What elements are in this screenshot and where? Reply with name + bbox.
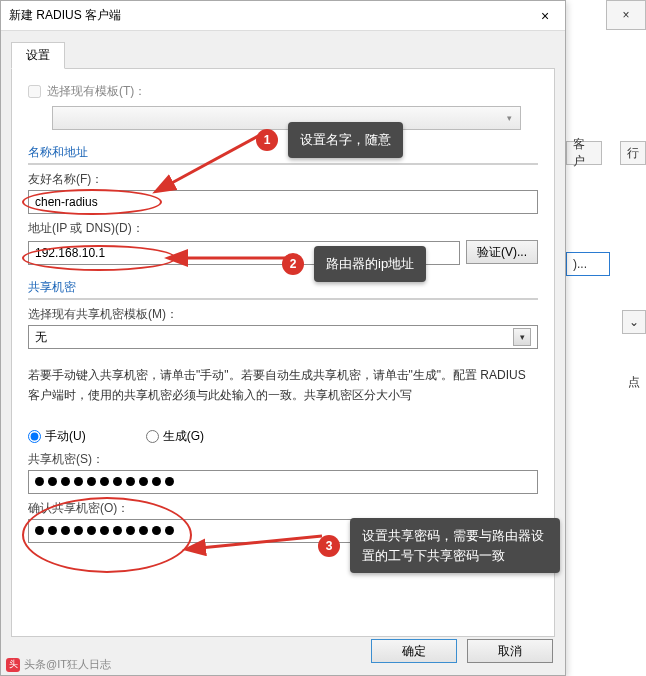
section-name-address: 名称和地址: [28, 144, 538, 165]
address-input[interactable]: [28, 241, 460, 265]
footer-credit: 头 头条@IT狂人日志: [6, 657, 111, 672]
tab-body: 选择现有模板(T)： ▾ 名称和地址 友好名称(F)： 地址(IP 或 DNS)…: [11, 69, 555, 637]
enable-template-label: 选择现有模板(T)：: [47, 83, 146, 100]
close-button[interactable]: ×: [525, 1, 565, 31]
shared-secret-input[interactable]: [28, 470, 538, 494]
dialog-buttons: 确定 取消: [371, 639, 553, 663]
tabstrip: 设置: [11, 41, 555, 69]
dialog-title: 新建 RADIUS 客户端: [9, 7, 121, 24]
bg-frag-client: 客户: [566, 141, 602, 165]
friendly-name-input[interactable]: [28, 190, 538, 214]
shared-secret-note: 若要手动键入共享机密，请单击"手动"。若要自动生成共享机密，请单击"生成"。配置…: [28, 365, 538, 406]
tab-settings[interactable]: 设置: [11, 42, 65, 69]
radio-generate[interactable]: 生成(G): [146, 428, 204, 445]
radio-manual[interactable]: 手动(U): [28, 428, 86, 445]
shared-template-value: 无: [35, 329, 47, 346]
verify-button[interactable]: 验证(V)...: [466, 240, 538, 264]
bg-close-icon: ×: [606, 0, 646, 30]
shared-secret-label: 共享机密(S)：: [28, 451, 538, 468]
shared-template-select[interactable]: 无 ▾: [28, 325, 538, 349]
enable-template-checkbox[interactable]: [28, 85, 41, 98]
confirm-secret-input[interactable]: [28, 519, 538, 543]
cancel-button[interactable]: 取消: [467, 639, 553, 663]
bg-frag-dots: )...: [566, 252, 610, 276]
confirm-secret-label: 确认共享机密(O)：: [28, 500, 538, 517]
shared-template-label: 选择现有共享机密模板(M)：: [28, 306, 538, 323]
ok-button[interactable]: 确定: [371, 639, 457, 663]
section-shared-secret: 共享机密: [28, 279, 538, 300]
friendly-name-label: 友好名称(F)：: [28, 171, 538, 188]
dialog-new-radius-client: 新建 RADIUS 客户端 × 设置 选择现有模板(T)： ▾ 名称和地址 友好…: [0, 0, 566, 676]
template-select[interactable]: ▾: [52, 106, 521, 130]
address-label: 地址(IP 或 DNS)(D)：: [28, 220, 538, 237]
toutiao-icon: 头: [6, 658, 20, 672]
bg-frag-row: 行: [620, 141, 646, 165]
chevron-down-icon: ▾: [513, 328, 531, 346]
footer-text: 头条@IT狂人日志: [24, 657, 111, 672]
bg-frag-dropdown: ⌄: [622, 310, 646, 334]
bg-frag-dian: 点: [622, 370, 646, 394]
titlebar: 新建 RADIUS 客户端 ×: [1, 1, 565, 31]
close-icon: ×: [541, 8, 549, 24]
